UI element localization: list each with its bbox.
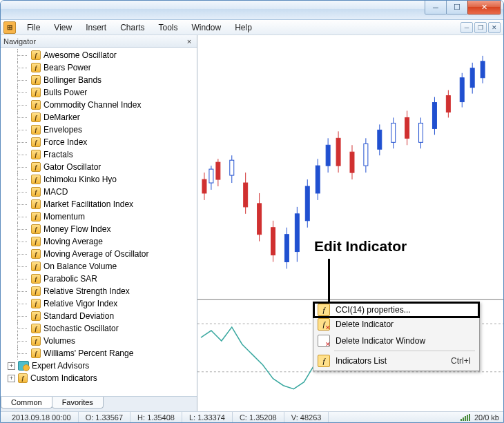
ctx-shortcut: Ctrl+I: [451, 356, 471, 366]
window-controls: ─ ☐ ✕: [425, 1, 501, 14]
navigator-close-icon[interactable]: ×: [184, 37, 194, 46]
indicator-item[interactable]: fMoving Average of Oscillator: [1, 248, 197, 260]
svg-rect-17: [446, 96, 450, 112]
app-icon: ⊞: [3, 21, 16, 34]
ctx-properties[interactable]: f CCI(14) properties...: [313, 302, 480, 318]
indicator-item[interactable]: fMoving Average: [1, 235, 197, 248]
svg-rect-3: [216, 162, 220, 179]
expand-icon[interactable]: +: [8, 375, 15, 382]
svg-rect-21: [230, 160, 234, 175]
function-icon: f: [31, 237, 41, 246]
indicator-item[interactable]: fStandard Deviation: [1, 310, 197, 322]
svg-rect-29: [316, 166, 320, 193]
statusbar: 2013.09.18 00:00 O: 1.33567 H: 1.35408 L…: [1, 411, 503, 422]
indicator-item[interactable]: fDeMarker: [1, 111, 197, 124]
indicator-label: Stochastic Oscillator: [43, 324, 119, 333]
menu-help[interactable]: Help: [228, 21, 259, 34]
indicator-label: Relative Strength Index: [43, 286, 130, 296]
function-icon: f: [31, 63, 41, 72]
ctx-indicators-list[interactable]: f Indicators List Ctrl+I: [315, 353, 478, 369]
indicator-item[interactable]: fGator Oscillator: [1, 161, 197, 173]
indicator-label: Money Flow Index: [43, 224, 110, 234]
indicator-item[interactable]: fEnvelopes: [1, 124, 197, 136]
indicator-item[interactable]: fMACD: [1, 186, 197, 198]
navigator-title: Navigator: [3, 37, 36, 46]
function-icon: f: [31, 112, 41, 122]
navigator-header[interactable]: Navigator ×: [1, 35, 197, 48]
menu-tools[interactable]: Tools: [152, 21, 185, 34]
indicator-item[interactable]: fRelative Vigor Index: [1, 297, 197, 310]
ctx-delete-window[interactable]: ✕ Delete Indicator Window: [315, 333, 478, 349]
indicator-item[interactable]: fBulls Power: [1, 86, 197, 99]
menubar: ⊞ File View Insert Charts Tools Window H…: [1, 20, 503, 35]
function-icon: f: [31, 212, 41, 222]
menu-file[interactable]: File: [20, 21, 47, 34]
navigator-tabs: Common Favorites: [1, 396, 197, 411]
function-icon: f: [31, 137, 41, 147]
titlebar[interactable]: ─ ☐ ✕: [1, 1, 503, 20]
navigator-panel: Navigator × fAwesome OscillatorfBears Po…: [1, 35, 197, 411]
indicator-item[interactable]: fMoney Flow Index: [1, 223, 197, 235]
indicators-list-icon: f: [318, 355, 330, 367]
indicator-item[interactable]: fWilliams' Percent Range: [1, 347, 197, 360]
sb-datetime: 2013.09.18 00:00: [5, 412, 79, 422]
indicator-item[interactable]: fBears Power: [1, 61, 197, 74]
function-icon: f: [31, 336, 41, 346]
menu-insert[interactable]: Insert: [79, 21, 113, 34]
indicator-item[interactable]: fCommodity Channel Index: [1, 99, 197, 111]
navigator-tree[interactable]: fAwesome OscillatorfBears PowerfBollinge…: [1, 48, 197, 396]
indicator-label: Volumes: [43, 336, 75, 346]
indicator-item[interactable]: fMomentum: [1, 210, 197, 223]
indicator-item[interactable]: fForce Index: [1, 136, 197, 148]
function-icon: f: [31, 324, 41, 333]
close-button[interactable]: ✕: [467, 1, 501, 14]
svg-rect-15: [405, 117, 409, 138]
mdi-restore-button[interactable]: ❐: [474, 22, 487, 33]
group-expert-advisors[interactable]: +Expert Advisors: [1, 360, 197, 372]
ctx-separator: [334, 351, 475, 351]
indicator-context-menu: f CCI(14) properties... f✕ Delete Indica…: [313, 302, 480, 371]
tab-favorites[interactable]: Favorites: [52, 397, 104, 409]
indicator-item[interactable]: fRelative Strength Index: [1, 285, 197, 297]
indicator-label: Momentum: [43, 212, 85, 222]
indicator-item[interactable]: fIchimoku Kinko Hyo: [1, 173, 197, 186]
properties-icon: f: [318, 304, 330, 316]
function-icon: f: [31, 175, 41, 184]
function-icon: f: [31, 50, 41, 60]
tab-common[interactable]: Common: [1, 397, 52, 409]
indicator-item[interactable]: fStochastic Oscillator: [1, 322, 197, 335]
indicator-label: Bulls Power: [43, 88, 87, 97]
indicator-item[interactable]: fBollinger Bands: [1, 74, 197, 86]
indicator-item[interactable]: fFractals: [1, 148, 197, 161]
mdi-minimize-button[interactable]: ─: [461, 22, 473, 33]
svg-rect-37: [391, 123, 396, 142]
minimize-button[interactable]: ─: [425, 1, 447, 14]
ctx-delete-indicator[interactable]: f✕ Delete Indicator: [315, 316, 478, 333]
function-icon: f: [31, 249, 41, 259]
maximize-button[interactable]: ☐: [446, 1, 468, 14]
indicator-label: Ichimoku Kinko Hyo: [43, 175, 117, 184]
sb-net: 20/0 kb: [474, 413, 499, 422]
svg-rect-23: [284, 235, 289, 262]
function-icon: f: [31, 311, 41, 321]
menu-window[interactable]: Window: [185, 21, 229, 34]
expand-icon[interactable]: +: [8, 362, 15, 370]
app-window: ─ ☐ ✕ ⊞ File View Insert Charts Tools Wi…: [0, 0, 504, 423]
mdi-close-button[interactable]: ✕: [488, 22, 501, 33]
menu-charts[interactable]: Charts: [113, 21, 151, 34]
svg-rect-31: [326, 145, 330, 166]
indicator-item[interactable]: fOn Balance Volume: [1, 260, 197, 273]
indicator-item[interactable]: fAwesome Oscillator: [1, 49, 197, 61]
svg-rect-47: [481, 61, 485, 78]
group-custom-indicators[interactable]: +fCustom Indicators: [1, 372, 197, 384]
function-icon: f: [31, 162, 41, 172]
indicator-label: Parabolic SAR: [43, 274, 97, 284]
svg-rect-25: [295, 214, 299, 252]
delete-indicator-icon: f✕: [318, 318, 330, 331]
function-icon: f: [31, 88, 41, 97]
indicator-label: On Balance Volume: [43, 262, 117, 271]
indicator-item[interactable]: fVolumes: [1, 335, 197, 347]
indicator-item[interactable]: fMarket Facilitation Index: [1, 198, 197, 210]
menu-view[interactable]: View: [47, 21, 79, 34]
indicator-item[interactable]: fParabolic SAR: [1, 273, 197, 285]
